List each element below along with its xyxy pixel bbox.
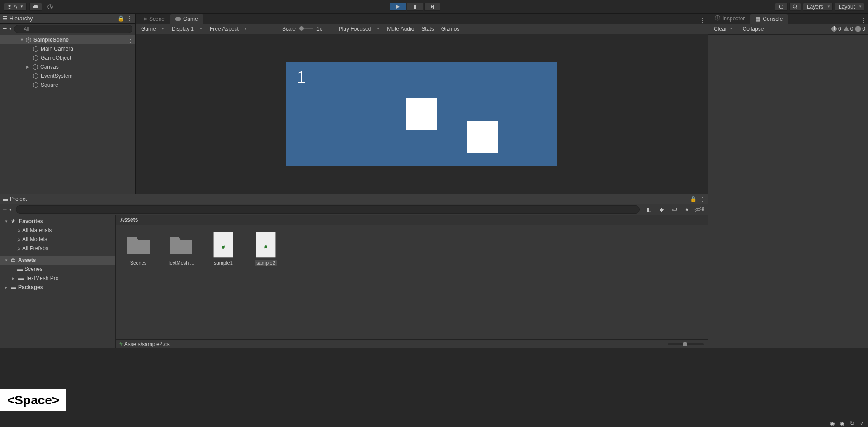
status-icon-1[interactable]: ◉ (830, 420, 835, 427)
info-icon: i (831, 26, 837, 32)
svg-rect-8 (175, 17, 181, 21)
project-lock-icon[interactable]: 🔒 (690, 196, 697, 202)
version-control-icon[interactable] (45, 3, 56, 11)
pause-button[interactable] (407, 3, 423, 11)
asset-textmesh[interactable]: TextMesh ... (167, 231, 194, 266)
clear-button[interactable]: Clear▼ (710, 25, 736, 33)
layout-dropdown[interactable]: Layout (835, 3, 864, 11)
display-dropdown[interactable]: Display 1 (168, 25, 206, 33)
search-by-type-icon[interactable]: ◧ (643, 205, 654, 214)
tab-console[interactable]: ▤ Console (750, 14, 788, 24)
play-button[interactable] (390, 3, 406, 11)
game-mode-dropdown[interactable]: Game (137, 25, 168, 33)
project-search-input[interactable] (16, 205, 640, 214)
search-icon: ⌕ (17, 227, 20, 233)
hierarchy-item-canvas[interactable]: ▶ Canvas (0, 62, 135, 71)
breadcrumb[interactable]: Assets (116, 215, 708, 225)
asset-sample2[interactable]: # sample2 (252, 231, 279, 266)
status-icon-2[interactable]: ◉ (840, 420, 844, 427)
hierarchy-icon: ☰ (3, 15, 8, 22)
asset-grid: Scenes TextMesh ... # sample1 # sample2 (116, 225, 708, 339)
account-button[interactable]: A ▼ (4, 3, 27, 11)
gizmos-toggle[interactable]: Gizmos (438, 25, 463, 33)
project-add-button[interactable]: + (3, 205, 7, 214)
asset-scenes[interactable]: Scenes (125, 231, 152, 266)
status-icon-3[interactable]: ↻ (850, 420, 854, 427)
right-panel-menu-icon[interactable]: ⋮ (861, 17, 866, 24)
warning-icon (843, 26, 849, 32)
script-small-icon: # (119, 341, 123, 347)
hierarchy-item-square[interactable]: Square (0, 81, 135, 90)
svg-point-0 (9, 5, 11, 7)
textmeshpro-folder[interactable]: ▶▬TextMesh Pro (0, 274, 115, 283)
assets-folder[interactable]: ▼🗀Assets (0, 256, 115, 265)
hidden-packages-icon[interactable]: 8 (694, 205, 705, 214)
play-focused-dropdown[interactable]: Play Focused (335, 25, 384, 33)
fav-all-materials[interactable]: ⌕All Materials (0, 226, 115, 235)
search-button[interactable] (789, 3, 801, 11)
project-footer: # Assets/sample2.cs (116, 339, 708, 348)
project-menu-icon[interactable]: ⋮ (699, 196, 705, 202)
cloud-button[interactable] (29, 3, 42, 11)
hierarchy-item-main-camera[interactable]: Main Camera (0, 44, 135, 53)
folder-icon: ▬ (17, 266, 23, 272)
scene-menu-icon[interactable]: ⋮ (128, 37, 133, 43)
fav-all-prefabs[interactable]: ⌕All Prefabs (0, 244, 115, 253)
info-count[interactable]: i0 (831, 26, 841, 32)
hierarchy-search-input[interactable] (14, 25, 132, 33)
scale-slider[interactable] (299, 28, 313, 29)
svg-rect-3 (415, 5, 416, 9)
error-count[interactable]: 0 (855, 26, 865, 32)
hierarchy-item-gameobject[interactable]: GameObject (0, 53, 135, 62)
script-icon: # (252, 231, 279, 258)
console-output[interactable] (708, 34, 868, 194)
scene-tab-icon: ⌗ (144, 16, 147, 22)
collapse-toggle[interactable]: Collapse (739, 25, 768, 33)
grid-size-slider[interactable] (668, 343, 704, 345)
favorites-folder[interactable]: ▼★Favorites (0, 217, 115, 226)
tab-game[interactable]: Game (170, 14, 203, 24)
mute-audio-toggle[interactable]: Mute Audio (383, 25, 418, 33)
search-icon: ⌕ (17, 245, 20, 251)
hierarchy-menu-icon[interactable]: ⋮ (127, 15, 132, 22)
svg-line-7 (796, 8, 797, 9)
hierarchy-lock-icon[interactable]: 🔒 (118, 15, 124, 22)
hierarchy-scene-root[interactable]: ▼ SampleScene ⋮ (0, 35, 135, 44)
undo-history-button[interactable] (775, 3, 788, 11)
favorite-icon[interactable]: ★ (681, 205, 692, 214)
asset-sample1[interactable]: # sample1 (210, 231, 237, 266)
project-title: Project (10, 196, 27, 202)
stats-toggle[interactable]: Stats (418, 25, 437, 33)
key-overlay: <Space> (0, 389, 66, 411)
add-dropdown-icon[interactable]: ▼ (9, 27, 12, 31)
scale-label: Scale (278, 25, 299, 33)
hierarchy-panel: ☰ Hierarchy 🔒 ⋮ + ▼ ⌕ ▼ SampleScene ⋮ Ma… (0, 14, 136, 194)
project-icon: ▬ (3, 196, 8, 202)
game-counter-text: 1 (297, 66, 306, 87)
hierarchy-item-eventsystem[interactable]: EventSystem (0, 71, 135, 81)
add-button[interactable]: + (3, 25, 7, 33)
game-viewport: 1 (286, 62, 557, 166)
status-icon-4[interactable]: ✓ (860, 420, 864, 427)
layers-dropdown[interactable]: Layers (803, 3, 833, 11)
project-add-dropdown-icon[interactable]: ▼ (9, 208, 12, 212)
packages-folder[interactable]: ▶▬Packages (0, 283, 115, 292)
search-tag-icon[interactable]: 🏷 (669, 205, 679, 214)
svg-text:#: # (222, 245, 225, 250)
game-view[interactable]: 1 (136, 34, 708, 194)
warning-count[interactable]: 0 (843, 26, 854, 32)
right-lower-panel (708, 194, 868, 348)
folder-icon (125, 231, 152, 258)
console-icon: ▤ (755, 16, 760, 22)
game-square-1 (406, 98, 437, 130)
step-button[interactable] (424, 3, 440, 11)
tab-inspector[interactable]: ⓘ Inspector (709, 13, 750, 24)
scene-menu-icon[interactable]: ⋮ (699, 17, 705, 24)
tab-scene[interactable]: ⌗ Scene (138, 14, 170, 24)
status-bar: ◉ ◉ ↻ ✓ (0, 420, 868, 427)
search-by-label-icon[interactable]: ◆ (656, 205, 667, 214)
aspect-dropdown[interactable]: Free Aspect (206, 25, 278, 33)
scenes-folder[interactable]: ▬Scenes (0, 265, 115, 274)
right-panel: ⓘ Inspector ▤ Console ⋮ Clear▼ Collapse … (708, 14, 868, 194)
fav-all-models[interactable]: ⌕All Models (0, 235, 115, 244)
